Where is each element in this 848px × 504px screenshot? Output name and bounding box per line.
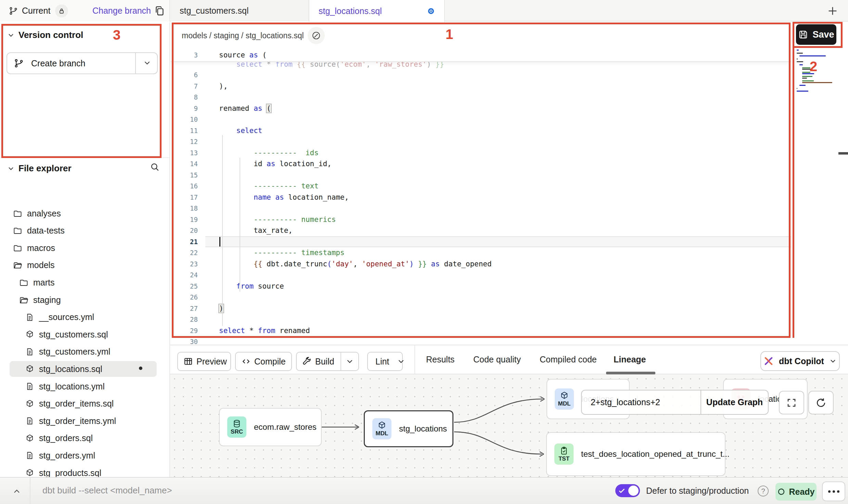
compile-label: Compile: [251, 357, 292, 367]
compile-button[interactable]: Compile: [235, 352, 292, 371]
file-row-macros[interactable]: macros: [10, 240, 157, 256]
scrollbar-thumb[interactable]: [838, 152, 848, 155]
tab-code-quality[interactable]: Code quality: [473, 345, 521, 374]
minimap-line: [802, 69, 812, 70]
file-row-stg_customers.sql[interactable]: stg_customers.sql: [10, 327, 157, 342]
code-line-content: from source: [205, 281, 791, 292]
lineage-node-model-node[interactable]: MDLstg_locations: [364, 410, 453, 447]
tab-lineage[interactable]: Lineage: [614, 345, 646, 374]
lineage-node-source-node[interactable]: SRCecom.raw_stores: [219, 408, 322, 446]
code-line-26[interactable]: 26: [171, 292, 791, 303]
lineage-node-test-node[interactable]: TSTtest_does_location_opened_at_trunc_t.…: [546, 432, 725, 476]
code-line-25[interactable]: 25 from source: [171, 281, 791, 292]
code-line-16[interactable]: 16 ---------- text: [171, 181, 791, 192]
create-branch-dropdown[interactable]: [143, 58, 152, 67]
lint-button[interactable]: Lint: [367, 352, 403, 371]
file-explorer-header[interactable]: File explorer: [0, 163, 169, 174]
code-line-18[interactable]: 18: [171, 203, 791, 214]
code-line-8[interactable]: 8: [171, 92, 791, 103]
version-control-header[interactable]: Version control: [0, 30, 83, 40]
ready-status-badge[interactable]: Ready: [775, 483, 817, 501]
code-line-13[interactable]: 13 ---------- ids: [171, 147, 791, 159]
minimap-line: [797, 91, 808, 92]
copy-icon[interactable]: [153, 5, 165, 16]
file-row-stg_customers.yml[interactable]: stg_customers.yml: [10, 344, 157, 360]
code-line-19[interactable]: 19 ---------- numerics: [171, 214, 791, 225]
code-line-11[interactable]: 11 select: [171, 125, 791, 136]
code-line-7[interactable]: 7),: [171, 81, 791, 92]
database-icon: [232, 419, 241, 428]
code-line-content: select * from {{ source('ecom', 'raw_sto…: [205, 62, 791, 66]
file-row-staging[interactable]: staging: [10, 292, 157, 308]
more-options-button[interactable]: [822, 481, 845, 501]
code-line-22[interactable]: 22 ---------- timestamps: [171, 247, 791, 258]
file-row-stg_orders.yml[interactable]: stg_orders.yml: [10, 448, 157, 463]
code-line-12[interactable]: 12: [171, 136, 791, 147]
search-icon[interactable]: [150, 162, 160, 172]
file-row-stg_locations.sql[interactable]: stg_locations.sql: [10, 361, 157, 377]
create-branch-button[interactable]: Create branch: [7, 52, 158, 74]
code-line-content: ---------- text: [205, 181, 791, 192]
chevron-down-icon[interactable]: [341, 357, 358, 366]
command-input[interactable]: dbt build --select <model_name>: [42, 485, 172, 496]
tab-stg-customers[interactable]: stg_customers.sql: [171, 0, 309, 22]
line-number: 13: [171, 147, 205, 159]
file-row-stg_order_items.yml[interactable]: stg_order_items.yml: [10, 413, 157, 429]
chevron-down-icon[interactable]: [397, 357, 406, 366]
code-line-24[interactable]: 24: [171, 269, 791, 281]
code-line-15[interactable]: 15: [171, 170, 791, 181]
code-line-14[interactable]: 14 id as location_id,: [171, 158, 791, 170]
tab-stg-locations-active[interactable]: stg_locations.sql: [310, 0, 445, 22]
preview-button[interactable]: Preview: [177, 352, 231, 371]
chevron-down-icon: [7, 31, 15, 39]
file-row-stg_locations.yml[interactable]: stg_locations.yml: [10, 379, 157, 394]
code-line-9[interactable]: 9renamed as (: [171, 103, 791, 114]
code-line-17[interactable]: 17 name as location_name,: [171, 192, 791, 203]
minimap[interactable]: [795, 48, 846, 93]
file-row-analyses[interactable]: analyses: [10, 205, 157, 221]
code-line-6[interactable]: 6: [171, 69, 791, 81]
update-graph-button[interactable]: Update Graph: [701, 390, 768, 414]
fullscreen-button[interactable]: [779, 391, 804, 414]
code-line-content: [205, 114, 791, 125]
cube-icon: [377, 421, 386, 430]
file-label: models: [27, 260, 55, 270]
new-tab-button[interactable]: [825, 3, 840, 18]
file-row-stg_order_items.sql[interactable]: stg_order_items.sql: [10, 396, 157, 412]
line-number: 23: [171, 258, 205, 270]
file-label: marts: [33, 278, 55, 288]
code-line-27[interactable]: 27): [171, 303, 791, 314]
tab-compiled-code[interactable]: Compiled code: [540, 345, 597, 374]
file-row-__sources.yml[interactable]: __sources.yml: [10, 309, 157, 325]
line-number: 17: [171, 192, 205, 203]
file-row-stg_orders.sql[interactable]: stg_orders.sql: [10, 430, 157, 446]
file-label: data-tests: [27, 226, 65, 236]
lineage-selector-input[interactable]: [582, 390, 701, 414]
code-line-21[interactable]: 21: [171, 236, 791, 248]
version-control-title: Version control: [18, 30, 83, 40]
file-row-data-tests[interactable]: data-tests: [10, 223, 157, 239]
view-docs-button[interactable]: [308, 27, 325, 44]
help-icon[interactable]: ?: [758, 486, 769, 496]
tab-results[interactable]: Results: [426, 345, 454, 374]
save-label: Save: [812, 29, 834, 40]
file-row-models[interactable]: models: [10, 257, 157, 273]
code-line-20[interactable]: 20 tax_rate,: [171, 225, 791, 236]
code-line-10[interactable]: 10: [171, 114, 791, 125]
code-line-23[interactable]: 23 {{ dbt.date_trunc('day', 'opened_at')…: [171, 258, 791, 270]
expand-command-button[interactable]: [8, 485, 25, 498]
code-line-5[interactable]: select * from {{ source('ecom', 'raw_sto…: [171, 62, 791, 69]
save-button[interactable]: Save: [796, 24, 836, 45]
build-button[interactable]: Build: [296, 352, 359, 371]
change-branch-link[interactable]: Change branch: [92, 6, 151, 16]
code-lines[interactable]: select * from {{ source('ecom', 'raw_sto…: [171, 62, 791, 347]
lineage-graph[interactable]: SRCecom.raw_storesMDLstg_locationsMDLloc…: [170, 374, 848, 477]
defer-toggle[interactable]: [615, 484, 640, 497]
code-line-28[interactable]: 28: [171, 314, 791, 325]
refresh-button[interactable]: [808, 391, 834, 414]
file-label: staging: [33, 295, 61, 305]
code-line-29[interactable]: 29select * from renamed: [171, 325, 791, 336]
dbt-copilot-button[interactable]: dbt Copilot: [760, 351, 840, 371]
file-label: stg_customers.sql: [39, 330, 108, 340]
file-row-marts[interactable]: marts: [10, 275, 157, 290]
